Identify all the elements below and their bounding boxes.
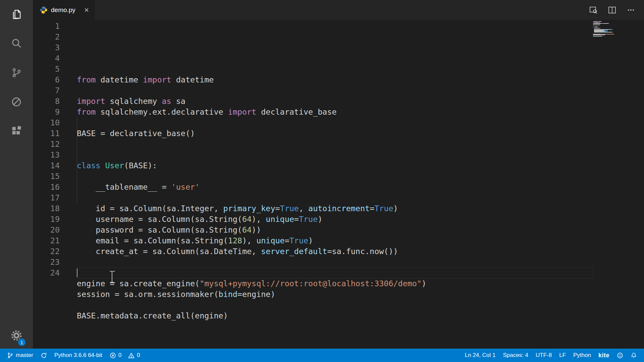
code-line[interactable]	[77, 139, 644, 149]
status-notifications[interactable]	[627, 349, 641, 362]
open-preview-icon[interactable]	[589, 6, 598, 14]
status-language-mode[interactable]: Python	[570, 349, 595, 362]
error-count: 0	[118, 352, 121, 359]
line-number: 14	[33, 160, 60, 171]
code-line[interactable]: password = sa.Column(sa.String(64))	[77, 225, 644, 235]
python-icon	[40, 6, 48, 14]
code-line[interactable]	[77, 117, 644, 128]
code-line[interactable]: BASE.metadata.create_all(engine)	[77, 310, 644, 321]
editor-actions	[589, 0, 644, 20]
code-line[interactable]	[77, 192, 644, 203]
text-caret	[77, 268, 77, 277]
code-line[interactable]: BASE = declarative_base()	[77, 128, 644, 139]
smiley-icon	[617, 352, 623, 359]
status-eol[interactable]: LF	[555, 349, 570, 362]
code-line[interactable]: session = sa.orm.sessionmaker(bind=engin…	[77, 289, 644, 300]
activity-explorer[interactable]	[8, 7, 25, 23]
cursor-position-label: Ln 24, Col 1	[465, 352, 496, 359]
search-icon	[10, 38, 22, 51]
activity-bar: 1	[0, 0, 33, 349]
line-number: 8	[33, 96, 60, 107]
interpreter-label: Python 3.6.6 64-bit	[54, 352, 102, 359]
line-number: 13	[33, 149, 60, 160]
code-line[interactable]: __tablename__ = 'user'	[77, 182, 644, 192]
activity-manage[interactable]: 1	[8, 328, 25, 345]
activity-search[interactable]	[8, 36, 25, 53]
code-line[interactable]: email = sa.Column(sa.String(128), unique…	[77, 235, 644, 246]
vscode-window: 1 demo.py ×	[0, 0, 644, 362]
line-number: 22	[33, 246, 60, 257]
split-editor-icon[interactable]	[608, 6, 616, 14]
status-problems[interactable]: 0 0	[106, 349, 144, 362]
debug-icon	[10, 96, 22, 109]
minimap-content	[593, 21, 624, 37]
line-number: 10	[33, 117, 60, 128]
status-indentation[interactable]: Spaces: 4	[499, 349, 532, 362]
editor-group: demo.py × 123456789101112131	[33, 0, 644, 349]
code-lines: from datetime import datetimeimport sqla…	[77, 74, 644, 332]
line-number: 21	[33, 235, 60, 246]
line-number: 17	[33, 192, 60, 203]
line-number: 7	[33, 85, 60, 96]
explorer-icon	[10, 8, 22, 22]
status-sync[interactable]	[37, 349, 51, 362]
language-label: Python	[573, 352, 591, 359]
warning-count: 0	[137, 352, 140, 359]
code-line[interactable]	[77, 85, 644, 96]
status-branch[interactable]: master	[3, 349, 37, 362]
status-encoding[interactable]: UTF-8	[532, 349, 555, 362]
line-number: 11	[33, 128, 60, 139]
status-feedback[interactable]	[613, 349, 627, 362]
activity-source-control[interactable]	[8, 65, 25, 82]
code-line[interactable]	[77, 171, 644, 182]
code-line[interactable]: import sqlalchemy as sa	[77, 96, 644, 107]
code-line[interactable]	[77, 257, 644, 267]
source-control-icon	[10, 67, 22, 80]
code-line[interactable]: from sqlalchemy.ext.declarative import d…	[77, 107, 644, 117]
status-left: master Python 3.6.6 64-bit 0 0	[3, 349, 144, 362]
code-line[interactable]	[77, 321, 644, 332]
code-line[interactable]: engine = sa.create_engine("mysql+pymysql…	[77, 278, 644, 289]
code-line[interactable]: create_at = sa.Column(sa.DateTime, serve…	[77, 246, 644, 257]
code-line[interactable]: class User(BASE):	[77, 160, 644, 171]
notification-badge: 1	[17, 338, 26, 347]
kite-label: kite	[598, 352, 609, 359]
tab-close-icon[interactable]: ×	[84, 6, 89, 14]
indentation-label: Spaces: 4	[503, 352, 528, 359]
tab-demo-py[interactable]: demo.py ×	[33, 0, 95, 20]
code-line[interactable]: from datetime import datetime	[77, 74, 644, 85]
code-line[interactable]	[77, 267, 644, 278]
minimap[interactable]	[593, 20, 624, 37]
line-number: 24	[33, 267, 60, 278]
line-number: 23	[33, 257, 60, 267]
warning-icon	[128, 352, 135, 359]
tab-label: demo.py	[51, 6, 75, 14]
line-number: 3	[33, 42, 60, 53]
code-line[interactable]: username = sa.Column(sa.String(64), uniq…	[77, 214, 644, 225]
activity-extensions[interactable]	[8, 123, 25, 140]
more-actions-icon[interactable]	[627, 6, 635, 14]
status-cursor-position[interactable]: Ln 24, Col 1	[461, 349, 499, 362]
activity-bar-top	[8, 7, 25, 153]
line-number: 4	[33, 53, 60, 64]
code-line[interactable]	[77, 300, 644, 310]
status-python-interpreter[interactable]: Python 3.6.6 64-bit	[51, 349, 106, 362]
activity-bar-bottom: 1	[8, 328, 25, 345]
code-line[interactable]: id = sa.Column(sa.Integer, primary_key=T…	[77, 203, 644, 214]
gutter: 123456789101112131415161718192021222324	[33, 20, 77, 349]
editor[interactable]: 123456789101112131415161718192021222324 …	[33, 20, 644, 349]
line-number: 12	[33, 139, 60, 149]
line-number: 6	[33, 74, 60, 85]
status-kite[interactable]: kite	[595, 349, 613, 362]
line-number: 15	[33, 171, 60, 182]
line-number: 19	[33, 214, 60, 225]
line-number: 2	[33, 32, 60, 42]
eol-label: LF	[559, 352, 566, 359]
branch-label: master	[16, 352, 33, 359]
error-icon	[110, 352, 116, 359]
code-line[interactable]	[77, 149, 644, 160]
tab-bar: demo.py ×	[33, 0, 644, 20]
code-area[interactable]: from datetime import datetimeimport sqla…	[77, 20, 644, 349]
line-number: 9	[33, 107, 60, 117]
activity-debug[interactable]	[8, 94, 25, 111]
